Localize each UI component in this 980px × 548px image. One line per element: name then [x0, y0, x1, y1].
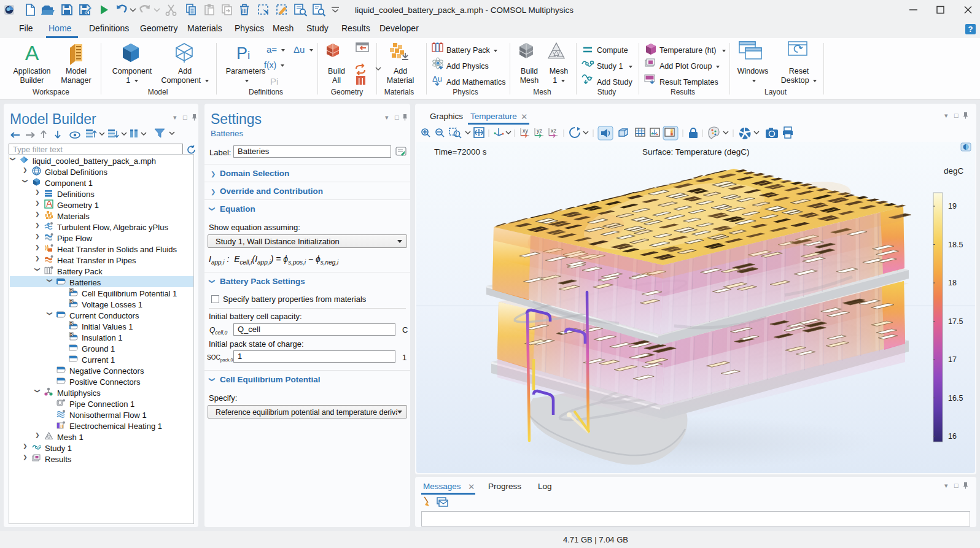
svg-text:16: 16 [948, 432, 957, 441]
svg-text:18: 18 [948, 279, 957, 287]
svg-text:xy: xy [523, 128, 529, 134]
svg-text:degC: degC [944, 166, 964, 176]
svg-text:A: A [25, 42, 39, 64]
svg-text:19: 19 [948, 202, 957, 210]
svg-text:Δu: Δu [432, 74, 442, 83]
svg-text:17: 17 [948, 355, 957, 364]
svg-text:16.5: 16.5 [948, 394, 963, 403]
svg-text:17.5: 17.5 [948, 317, 963, 326]
svg-text:Surface: Temperature (degC): Surface: Temperature (degC) [642, 147, 750, 156]
svg-text:Time=72000 s: Time=72000 s [434, 147, 487, 156]
svg-text:18.5: 18.5 [948, 241, 963, 249]
svg-text:yz: yz [537, 128, 543, 134]
svg-text:xz: xz [551, 128, 557, 134]
